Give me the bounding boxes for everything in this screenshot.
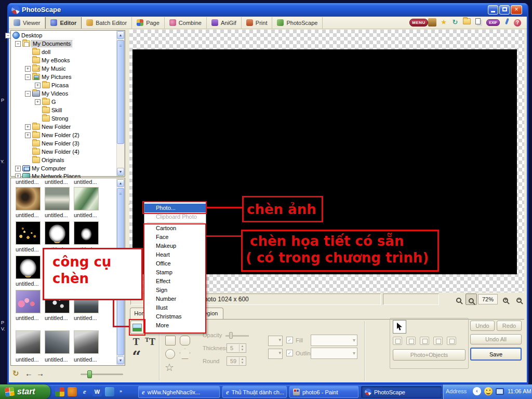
outline-color-dropdown[interactable] [311,348,357,359]
open-folder-icon[interactable] [462,18,471,26]
tree-item-picasa[interactable]: Picasa [35,81,69,89]
group-objects-button[interactable] [433,337,443,345]
menu-button[interactable]: MENU [409,19,428,26]
redo-button[interactable]: Redo [497,321,522,331]
scroll-down-icon[interactable]: ▼ [117,356,124,364]
next-photo-icon[interactable]: → [36,369,44,378]
tree-item-my-videos[interactable]: My Videos [25,89,68,98]
photo-thumbnail[interactable] [16,290,41,313]
photo-thumbnail[interactable] [74,330,99,354]
thickness-spinner[interactable]: 5▲▼ [227,343,246,353]
fill-checkbox[interactable] [286,337,293,343]
rounded-rectangle-tool-button[interactable] [180,336,190,345]
task-button-photoscape[interactable]: PhotoScape [361,386,442,398]
tree-item-strong[interactable]: Strong [35,114,68,123]
tab-batch-editor[interactable]: Batch Editor [82,17,132,29]
save-button[interactable]: Save [470,348,522,361]
tree-expander-icon[interactable] [25,74,31,80]
quick-launch-word-icon[interactable]: W [92,387,102,396]
tools-wrench-icon[interactable] [503,18,511,26]
tab-photoscape[interactable]: PhotoScape [272,17,323,29]
tree-expander-icon[interactable] [15,166,21,171]
tab-editor[interactable]: Editor [45,17,82,29]
delete-object-button[interactable] [393,337,402,345]
copy-object-button[interactable] [420,337,429,345]
tree-scrollbar[interactable]: ▲ ▼ [116,31,125,176]
opacity-slider-thumb[interactable] [229,332,233,339]
help-icon[interactable]: ? [513,18,522,26]
speech-bubble-tool-button[interactable] [130,349,143,361]
rectangle-tool-button[interactable] [165,336,176,345]
tree-item-my-documents[interactable]: My Documents [15,39,72,48]
photo-thumbnail[interactable] [74,221,99,245]
quick-launch-overflow-icon[interactable]: » [119,389,122,394]
exif-button[interactable]: EXIF [486,19,500,26]
quick-launch-ie-icon[interactable]: e [80,387,89,396]
tree-expander-icon[interactable] [5,33,11,38]
photo-thumbnail[interactable] [45,187,70,210]
tree-item-my-computer[interactable]: My Computer [15,164,66,172]
line-style-dropdown-2[interactable] [268,349,283,359]
tab-combine[interactable]: Combine [165,17,207,29]
tab-page[interactable]: Page [132,17,165,29]
zoom-actual-size-button[interactable] [453,294,464,305]
maximize-button[interactable] [499,5,510,15]
star-tool-button[interactable]: ☆ [165,362,174,373]
scroll-up-icon[interactable]: ▲ [117,179,124,187]
quick-launch-media-icon[interactable] [55,387,64,396]
duplicate-object-button[interactable] [406,337,416,345]
quick-launch-mail-icon[interactable] [105,387,114,396]
tree-expander-icon[interactable] [25,66,31,72]
copy-icon[interactable] [474,18,482,26]
undo-all-button[interactable]: Undo All [470,334,522,344]
tree-expander-icon[interactable] [35,83,41,88]
outline-checkbox[interactable] [286,350,293,356]
photo-thumbnail[interactable] [74,187,99,210]
tree-expander-icon[interactable] [25,91,31,97]
title-bar[interactable] [8,3,527,17]
round-spinner[interactable]: 59▲▼ [227,356,246,366]
start-button[interactable]: start [0,384,50,399]
zoom-fit-button[interactable] [466,294,477,305]
tray-expand-chevron-icon[interactable]: ‹ [473,387,481,395]
photo-thumbnail[interactable] [45,330,70,354]
zoom-out-button[interactable]: − [513,294,525,305]
ellipse-tool-button[interactable] [165,349,175,359]
line-style-dropdown[interactable] [268,336,283,346]
tree-item-new-folder-4[interactable]: New Folder (4) [25,148,79,156]
tree-expander-icon[interactable] [25,132,31,138]
photo-thumbnail[interactable] [16,256,41,279]
tree-item-my-pictures[interactable]: My Pictures [25,73,71,81]
quick-launch-player-icon[interactable] [68,387,77,396]
tree-expander-icon[interactable] [25,124,31,130]
tree-item-my-ebooks[interactable]: My eBooks [25,56,70,64]
scroll-up-icon[interactable]: ▲ [117,31,124,39]
messenger-smiley-icon[interactable] [484,387,493,395]
photo-thumbnail[interactable] [16,187,41,210]
tree-item-new-folder-3[interactable]: New Folder (3) [25,139,79,148]
photo-objects-button[interactable]: Photo+Objects [393,349,466,361]
photo-thumbnail[interactable] [45,221,70,245]
tree-item-g[interactable]: G [35,98,56,106]
refresh-icon[interactable]: ↻ [451,18,459,26]
select-cursor-button[interactable] [393,320,406,334]
refresh-folder-icon[interactable]: ↻ [12,369,19,378]
spinner-arrows-icon[interactable]: ▲▼ [239,344,245,352]
text-tool-button[interactable] [130,336,142,348]
scrollbar-thumb[interactable] [117,40,124,144]
rich-text-tool-button[interactable] [144,336,156,348]
slider-thumb[interactable] [87,370,92,378]
task-button-paint[interactable]: photo6 - Paint [289,386,358,398]
tree-expander-icon[interactable] [35,99,41,105]
task-button-nghenhac[interactable]: ewWw.NgheNhac9x... [138,386,220,398]
slideshow-icon[interactable] [428,18,436,26]
display-settings-icon[interactable] [496,388,504,395]
tree-item-originals[interactable]: Originals [25,156,64,164]
photo-thumbnail[interactable] [16,330,41,354]
tree-item-doll[interactable]: doll [25,48,50,56]
zoom-in-button[interactable]: + [500,294,511,305]
scroll-down-icon[interactable]: ▼ [117,168,124,176]
tab-anigif[interactable]: AniGif [207,17,242,29]
close-button[interactable]: × [511,5,522,15]
tree-expander-icon[interactable] [15,41,21,47]
